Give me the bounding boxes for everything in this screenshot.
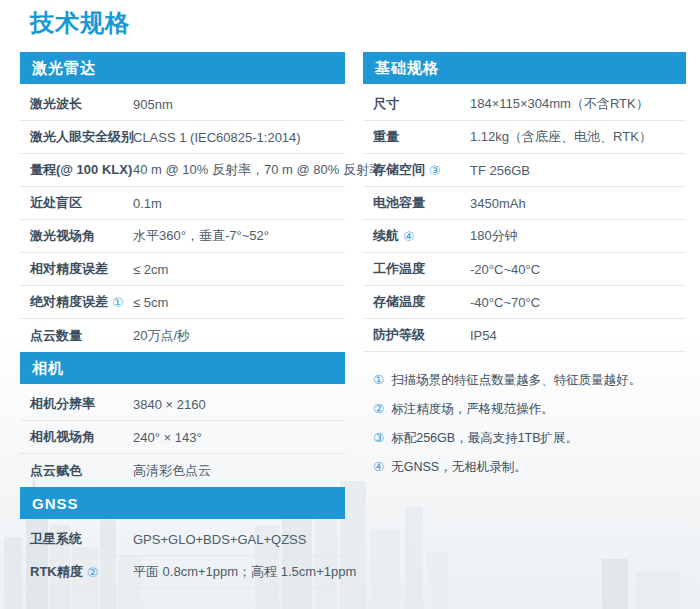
footnote-ref-badge: ① xyxy=(112,295,124,310)
spec-label: 激光波长 xyxy=(20,95,133,113)
spec-label-text: 工作温度 xyxy=(373,260,425,278)
table-row: 重量 1.12kg（含底座、电池、RTK） xyxy=(363,121,686,154)
section-header-camera: 相机 xyxy=(20,352,345,384)
spec-label-text: 激光波长 xyxy=(30,95,82,113)
spec-label-text: 电池容量 xyxy=(373,194,425,212)
spec-label-text: RTK精度 xyxy=(30,563,83,581)
table-row: 相机视场角 240° × 143° xyxy=(20,421,345,454)
spec-label: 电池容量 xyxy=(363,194,470,212)
spec-value: 240° × 143° xyxy=(133,430,202,445)
page-title: 技术规格 xyxy=(30,8,686,38)
table-row: 点云数量 20万点/秒 xyxy=(20,319,345,352)
footnote-ref-badge: ③ xyxy=(429,163,441,178)
footnote: ④ 无GNSS，无相机录制。 xyxy=(373,460,686,474)
spec-label-text: 绝对精度误差 xyxy=(30,293,108,311)
section-header-basic: 基础规格 xyxy=(363,52,686,84)
spec-label-text: 点云数量 xyxy=(30,327,82,345)
footnote-text: 无GNSS，无相机录制。 xyxy=(391,460,526,474)
spec-value: 3840 × 2160 xyxy=(133,397,206,412)
spec-label: 点云数量 xyxy=(20,327,133,345)
table-row: 相机分辨率 3840 × 2160 xyxy=(20,388,345,421)
section-header-gnss: GNSS xyxy=(20,487,345,519)
footnote-ref-badge: ② xyxy=(87,565,99,580)
spec-label-text: 近处盲区 xyxy=(30,194,82,212)
spec-label: 绝对精度误差① xyxy=(20,293,133,311)
spec-label: 存储空间③ xyxy=(363,161,470,179)
table-row: 量程(@ 100 KLX) 40 m @ 10% 反射率，70 m @ 80% … xyxy=(20,154,345,187)
spec-label: 相机分辨率 xyxy=(20,395,133,413)
spec-value: 水平360°，垂直-7°~52° xyxy=(133,227,269,245)
left-column: 激光雷达 激光波长 905nm 激光人眼安全级别 CLASS 1 (IEC608… xyxy=(20,52,345,589)
table-row: 激光人眼安全级别 CLASS 1 (IEC60825-1:2014) xyxy=(20,121,345,154)
footnote: ① 扫描场景的特征点数量越多、特征质量越好。 xyxy=(373,373,686,387)
spec-label: 重量 xyxy=(363,128,470,146)
spec-label: 防护等级 xyxy=(363,326,470,344)
spec-label: 近处盲区 xyxy=(20,194,133,212)
footnote-text: 标配256GB，最高支持1TB扩展。 xyxy=(391,431,578,445)
table-row: 相对精度误差 ≤ 2cm xyxy=(20,253,345,286)
spec-label: 相对精度误差 xyxy=(20,260,133,278)
spec-label-text: 相机分辨率 xyxy=(30,395,95,413)
spec-label-text: 重量 xyxy=(373,128,399,146)
spec-value: TF 256GB xyxy=(470,163,530,178)
table-row: 绝对精度误差① ≤ 5cm xyxy=(20,286,345,319)
spec-value: ≤ 2cm xyxy=(133,262,168,277)
spec-value: 905nm xyxy=(133,97,173,112)
spec-label: 激光人眼安全级别 xyxy=(20,128,133,146)
spec-value: 0.1m xyxy=(133,196,162,211)
footnote-ref-badge: ④ xyxy=(403,229,415,244)
spec-value: 平面 0.8cm+1ppm；高程 1.5cm+1ppm xyxy=(133,563,356,581)
table-row: 续航④ 180分钟 xyxy=(363,220,686,253)
spec-value: 180分钟 xyxy=(470,227,518,245)
spec-value: -40°C~70°C xyxy=(470,295,540,310)
spec-value: 184×115×304mm（不含RTK） xyxy=(470,95,649,113)
spec-label: 点云赋色 xyxy=(20,462,133,480)
footnote: ③ 标配256GB，最高支持1TB扩展。 xyxy=(373,431,686,445)
footnote-marker: ④ xyxy=(373,460,384,474)
table-row: 近处盲区 0.1m xyxy=(20,187,345,220)
spec-value: 40 m @ 10% 反射率，70 m @ 80% 反射率 xyxy=(133,161,382,179)
right-column: 基础规格 尺寸 184×115×304mm（不含RTK） 重量 1.12kg（含… xyxy=(363,52,686,489)
spec-value: 高清彩色点云 xyxy=(133,462,211,480)
footnotes-list: ① 扫描场景的特征点数量越多、特征质量越好。 ② 标注精度场，严格规范操作。 ③… xyxy=(363,373,686,474)
spec-label-text: 相机视场角 xyxy=(30,428,95,446)
footnote-marker: ① xyxy=(373,373,384,387)
spec-label-text: 续航 xyxy=(373,227,399,245)
table-row: 存储温度 -40°C~70°C xyxy=(363,286,686,319)
table-row: 存储空间③ TF 256GB xyxy=(363,154,686,187)
spec-value: ≤ 5cm xyxy=(133,295,168,310)
footnote-text: 标注精度场，严格规范操作。 xyxy=(391,402,554,416)
spec-label: 尺寸 xyxy=(363,95,470,113)
spec-label-text: 存储空间 xyxy=(373,161,425,179)
spec-label: 卫星系统 xyxy=(20,530,133,548)
table-row: 电池容量 3450mAh xyxy=(363,187,686,220)
spec-value: IP54 xyxy=(470,328,497,343)
spec-value: 20万点/秒 xyxy=(133,327,190,345)
section-header-lidar: 激光雷达 xyxy=(20,52,345,84)
footnote: ② 标注精度场，严格规范操作。 xyxy=(373,402,686,416)
table-row: 防护等级 IP54 xyxy=(363,319,686,352)
footnote-marker: ③ xyxy=(373,431,384,445)
spec-label: 存储温度 xyxy=(363,293,470,311)
spec-label-text: 尺寸 xyxy=(373,95,399,113)
table-row: 卫星系统 GPS+GLO+BDS+GAL+QZSS xyxy=(20,523,345,556)
spec-label: 相机视场角 xyxy=(20,428,133,446)
spec-label-text: 卫星系统 xyxy=(30,530,82,548)
spec-label-text: 量程(@ 100 KLX) xyxy=(30,161,132,179)
spec-value: GPS+GLO+BDS+GAL+QZSS xyxy=(133,532,306,547)
table-row: 工作温度 -20°C~40°C xyxy=(363,253,686,286)
footnote-marker: ② xyxy=(373,402,384,416)
spec-label-text: 激光视场角 xyxy=(30,227,95,245)
table-row: 点云赋色 高清彩色点云 xyxy=(20,454,345,487)
spec-label-text: 存储温度 xyxy=(373,293,425,311)
spec-label-text: 激光人眼安全级别 xyxy=(30,128,134,146)
spec-label-text: 点云赋色 xyxy=(30,462,82,480)
spec-page: 技术规格 激光雷达 激光波长 905nm 激光人眼安全级别 CLASS 1 (I… xyxy=(0,0,700,609)
table-row: 激光波长 905nm xyxy=(20,88,345,121)
spec-value: CLASS 1 (IEC60825-1:2014) xyxy=(133,130,301,145)
spec-columns: 激光雷达 激光波长 905nm 激光人眼安全级别 CLASS 1 (IEC608… xyxy=(20,52,686,589)
spec-label: 工作温度 xyxy=(363,260,470,278)
spec-label: 激光视场角 xyxy=(20,227,133,245)
spec-value: 1.12kg（含底座、电池、RTK） xyxy=(470,128,652,146)
table-row: RTK精度② 平面 0.8cm+1ppm；高程 1.5cm+1ppm xyxy=(20,556,345,589)
